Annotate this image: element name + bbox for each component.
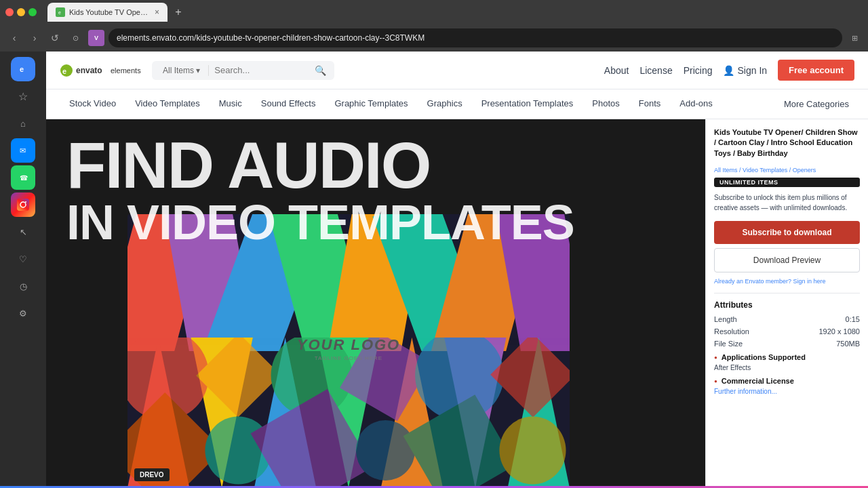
nav-buttons: ‹ › ↺ ⊙ [5,29,84,47]
back-button[interactable]: ‹ [5,29,23,47]
tab-close-icon[interactable]: × [155,7,159,17]
cat-stock-video[interactable]: Stock Video [60,89,125,119]
cat-music[interactable]: Music [210,89,252,119]
attr-length: Length 0:15 [714,315,860,323]
svg-text:e: e [20,65,24,73]
breadcrumb-cat[interactable]: Video Templates [743,167,787,174]
browser-actions: ⊞ [846,30,863,46]
envato-header: e envato elements All Items ▾ 🔍 About Li… [46,52,868,89]
heart-icon[interactable]: ♡ [11,247,35,271]
more-categories[interactable]: More Categories [778,99,854,109]
reload-button[interactable]: ↺ [46,29,64,47]
extension-icon[interactable]: V [88,30,104,46]
subscribe-text: Subscribe to unlock this item plus milli… [714,192,860,213]
svg-text:e: e [62,67,66,75]
hero-text-overlay: FIND AUDIO IN VIDEO TEMPLATES [46,119,705,488]
browser-body: e ☆ ⌂ ✉ ☎ ↖ ♡ ◷ ⚙ [0,52,868,488]
maximize-button[interactable] [28,8,37,16]
hero-section: FIND AUDIO IN VIDEO TEMPLATES [46,119,705,488]
attr-filesize: File Size 750MB [714,340,860,348]
browser-frame: e Kids Youtube TV Opener/ Chi... × + ‹ ›… [0,0,868,488]
subscribe-button[interactable]: Subscribe to download [714,221,860,244]
hero-line2: IN VIDEO TEMPLATES [66,198,685,247]
settings-icon[interactable]: ⚙ [11,301,35,325]
svg-point-10 [25,201,26,203]
address-input[interactable] [108,28,842,47]
attr-resolution: Resolution 1920 x 1080 [714,327,860,336]
breadcrumb-sub[interactable]: Openers [793,167,816,174]
cat-photos[interactable]: Photos [583,89,629,119]
filesize-value: 750MB [836,340,860,348]
free-account-button[interactable]: Free account [778,60,854,81]
license-link[interactable]: License [639,65,672,76]
envato-logo: e envato elements [60,63,141,78]
search-container: All Items ▾ 🔍 [152,61,334,80]
home-sidebar-icon[interactable]: ⌂ [11,111,35,136]
hero-line1: FIND AUDIO [66,133,685,198]
attributes-title: Attributes [714,300,860,310]
cat-graphic-templates[interactable]: Graphic Templates [325,89,417,119]
home-button[interactable]: ⊙ [66,29,84,47]
about-link[interactable]: About [604,65,629,76]
active-tab[interactable]: e Kids Youtube TV Opener/ Chi... × [47,3,167,22]
svg-text:envato: envato [76,66,102,75]
close-button[interactable] [5,8,14,16]
cat-fonts[interactable]: Fonts [629,89,671,119]
forward-button[interactable]: › [26,29,43,47]
cat-sound-effects[interactable]: Sound Effects [252,89,326,119]
cat-addons[interactable]: Add-ons [670,89,722,119]
apps-value: After Effects [714,364,860,371]
instagram-icon[interactable] [11,192,35,217]
svg-rect-8 [17,199,29,211]
cat-graphics[interactable]: Graphics [418,89,472,119]
tab-bar: e Kids Youtube TV Opener/ Chi... × + [47,3,186,22]
license-link[interactable]: Further information... [714,388,860,395]
breadcrumb-home[interactable]: All Items [714,167,738,174]
length-label: Length [714,315,737,323]
search-icon: 🔍 [315,65,326,76]
svg-text:✉: ✉ [20,146,26,155]
filesize-label: File Size [714,340,743,348]
resolution-value: 1920 x 1080 [818,327,860,336]
minimize-button[interactable] [17,8,25,16]
clock-icon[interactable]: ◷ [11,274,35,298]
search-dropdown[interactable]: All Items ▾ [160,66,203,75]
tab-favicon: e [56,7,65,17]
star-icon[interactable]: ☆ [11,84,35,108]
traffic-lights [5,8,37,16]
license-header: Commercial License [714,377,860,385]
cursor-icon[interactable]: ↖ [11,220,35,244]
cat-presentation-templates[interactable]: Presentation Templates [472,89,583,119]
breadcrumb: All Items / Video Templates / Openers [714,167,860,174]
sign-in-here-link[interactable]: Sign in here [793,278,826,285]
extensions-icon[interactable]: ⊞ [846,30,863,46]
messenger-icon[interactable]: ✉ [11,138,35,163]
product-title: Kids Youtube TV Opener/ Children Show / … [714,127,860,159]
left-sidebar: e ☆ ⌂ ✉ ☎ ↖ ♡ ◷ ⚙ [0,52,46,488]
subscribe-badge: UNLIMITED ITEMS [714,178,860,187]
main-area: FIND AUDIO IN VIDEO TEMPLATES [46,119,868,488]
header-nav: About License Pricing 👤 Sign In Free acc… [604,60,854,81]
svg-text:☎: ☎ [20,174,28,182]
sign-in-button[interactable]: 👤 Sign In [723,65,767,76]
attributes-section: Attributes Length 0:15 Resolution 1920 x… [714,293,860,395]
cat-video-templates[interactable]: Video Templates [125,89,210,119]
web-content: e envato elements All Items ▾ 🔍 About Li… [46,52,868,488]
download-preview-button[interactable]: Download Preview [714,248,860,272]
whatsapp-icon[interactable]: ☎ [11,165,35,190]
new-tab-button[interactable]: + [170,4,186,20]
svg-text:e: e [58,10,61,15]
right-panel: Kids Youtube TV Opener/ Children Show / … [705,119,868,488]
already-member: Already an Envato member? Sign in here [714,278,860,285]
brand-icon[interactable]: e [11,57,35,81]
user-icon: 👤 [723,65,734,76]
address-bar: ‹ › ↺ ⊙ V ⊞ [0,24,868,52]
search-input[interactable] [214,65,309,75]
logo-svg: e envato elements [60,63,141,78]
category-nav: Stock Video Video Templates Music Sound … [46,89,868,119]
tab-title: Kids Youtube TV Opener/ Chi... [69,8,151,16]
svg-text:elements: elements [111,66,141,75]
pricing-link[interactable]: Pricing [684,65,713,76]
title-bar: e Kids Youtube TV Opener/ Chi... × + [0,0,868,24]
apps-header: Applications Supported [714,353,860,361]
